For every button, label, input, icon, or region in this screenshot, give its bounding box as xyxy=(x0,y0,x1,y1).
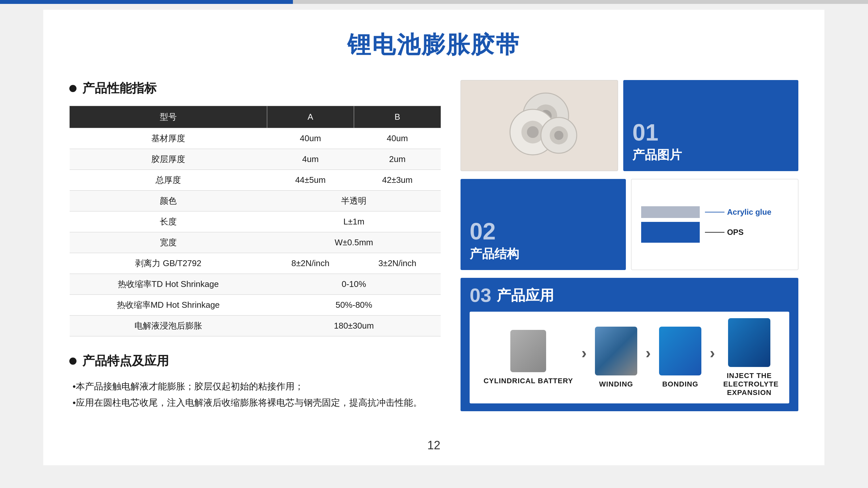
structure-row: 02 产品结构 Acrylic glue xyxy=(461,179,798,270)
arrow-3: › xyxy=(710,344,715,362)
application-header: 03 产品应用 xyxy=(470,286,789,305)
row-label: 剥离力 GB/T2792 xyxy=(70,253,267,274)
features-section: 产品特点及应用 •本产品接触电解液才能膨胀；胶层仅起初始的粘接作用； •应用在圆… xyxy=(69,353,441,411)
row-val-merged: L±1m xyxy=(267,212,441,232)
svg-point-5 xyxy=(527,126,539,138)
row-val-b: 42±3um xyxy=(354,170,441,191)
product-structure-number: 02 xyxy=(470,220,617,243)
row-val-merged: W±0.5mm xyxy=(267,232,441,253)
battery-bonding-icon xyxy=(659,327,701,376)
specs-section-header: 产品性能指标 xyxy=(69,80,441,97)
row-label: 总厚度 xyxy=(70,170,267,191)
row-val-b: 3±2N/inch xyxy=(354,253,441,274)
page-container: 锂电池膨胀胶带 产品性能指标 型号 A B 基材厚度 xyxy=(43,10,825,465)
step-winding: WINDING xyxy=(595,327,637,388)
row-label: 热收缩率MD Hot Shrinkage xyxy=(70,295,267,316)
layer-acrylic-label: Acrylic glue xyxy=(727,207,771,217)
step-label-winding: WINDING xyxy=(599,380,633,388)
features-line-1: •本产品接触电解液才能膨胀；胶层仅起初始的粘接作用； xyxy=(72,378,441,395)
table-row: 胶层厚度 4um 2um xyxy=(70,149,441,170)
right-column: 01 产品图片 02 产品结构 Acrylic glue xyxy=(461,80,798,411)
top-progress-bar xyxy=(0,0,868,4)
product-structure-label: 产品结构 xyxy=(470,246,617,262)
table-row: 基材厚度 40um 40um xyxy=(70,128,441,149)
row-val-merged: 半透明 xyxy=(267,191,441,212)
page-number: 12 xyxy=(427,438,440,452)
svg-point-8 xyxy=(554,131,563,140)
table-row: 总厚度 44±5um 42±3um xyxy=(70,170,441,191)
product-image-row: 01 产品图片 xyxy=(461,80,798,171)
features-line-2: •应用在圆柱电芯收尾，注入电解液后收缩膨胀将裸电芯与钢壳固定，提高抗冲击性能。 xyxy=(72,395,441,411)
row-val-merged: 0-10% xyxy=(267,274,441,295)
battery-cylindrical-icon xyxy=(510,330,546,372)
step-label-inject: INJECT THE ELECTROLYTE EXPANSION xyxy=(723,371,775,397)
table-header-a: A xyxy=(267,106,354,128)
step-inject: INJECT THE ELECTROLYTE EXPANSION xyxy=(723,318,775,397)
layer-ops-line xyxy=(705,232,724,233)
features-section-header: 产品特点及应用 xyxy=(69,353,441,369)
specs-section-title: 产品性能指标 xyxy=(82,80,157,97)
table-row: 电解液浸泡后膨胀 180±30um xyxy=(70,316,441,336)
row-label: 长度 xyxy=(70,212,267,232)
features-section-title: 产品特点及应用 xyxy=(82,353,169,369)
row-label: 热收缩率TD Hot Shrinkage xyxy=(70,274,267,295)
row-val-b: 2um xyxy=(354,149,441,170)
product-image-label: 产品图片 xyxy=(632,147,789,163)
row-val-a: 40um xyxy=(267,128,354,149)
row-val-b: 40um xyxy=(354,128,441,149)
application-number: 03 xyxy=(470,286,491,305)
product-label-box: 01 产品图片 xyxy=(623,80,798,171)
table-row: 颜色 半透明 xyxy=(70,191,441,212)
application-box: 03 产品应用 CYLINDRICAL BATTERY › WINDING › xyxy=(461,278,798,411)
row-label: 电解液浸泡后膨胀 xyxy=(70,316,267,336)
left-column: 产品性能指标 型号 A B 基材厚度 40um 40um xyxy=(69,80,441,411)
row-label: 基材厚度 xyxy=(70,128,267,149)
layer-acrylic-line xyxy=(705,212,724,213)
bullet-dot-specs xyxy=(69,85,76,92)
table-row: 剥离力 GB/T2792 8±2N/inch 3±2N/inch xyxy=(70,253,441,274)
application-title: 产品应用 xyxy=(497,286,554,305)
layer-row-acrylic: Acrylic glue xyxy=(641,206,771,218)
table-row: 宽度 W±0.5mm xyxy=(70,232,441,253)
application-diagram: CYLINDRICAL BATTERY › WINDING › BONDING … xyxy=(470,312,789,403)
step-cylindrical: CYLINDRICAL BATTERY xyxy=(484,330,573,385)
bullet-dot-features xyxy=(69,358,76,365)
arrow-2: › xyxy=(646,344,651,362)
row-label: 颜色 xyxy=(70,191,267,212)
step-label-cylindrical: CYLINDRICAL BATTERY xyxy=(484,377,573,385)
row-label: 胶层厚度 xyxy=(70,149,267,170)
table-row: 热收缩率MD Hot Shrinkage 50%-80% xyxy=(70,295,441,316)
row-val-a: 4um xyxy=(267,149,354,170)
row-val-merged: 50%-80% xyxy=(267,295,441,316)
row-label: 宽度 xyxy=(70,232,267,253)
table-row: 长度 L±1m xyxy=(70,212,441,232)
features-text: •本产品接触电解液才能膨胀；胶层仅起初始的粘接作用； •应用在圆柱电芯收尾，注入… xyxy=(72,378,441,411)
step-label-bonding: BONDING xyxy=(662,380,699,388)
arrow-1: › xyxy=(581,344,587,362)
product-image-number: 01 xyxy=(632,121,789,144)
step-bonding: BONDING xyxy=(659,327,701,388)
page-title: 锂电池膨胀胶带 xyxy=(69,29,798,61)
layer-ops-label: OPS xyxy=(727,228,744,237)
structure-label-box: 02 产品结构 xyxy=(461,179,626,270)
layer-acrylic-rect xyxy=(641,206,700,218)
table-header-b: B xyxy=(354,106,441,128)
specs-table: 型号 A B 基材厚度 40um 40um 胶层厚度 4um 2um xyxy=(69,106,441,336)
layer-ops-rect xyxy=(641,222,700,243)
row-val-a: 44±5um xyxy=(267,170,354,191)
row-val-merged: 180±30um xyxy=(267,316,441,336)
table-row: 热收缩率TD Hot Shrinkage 0-10% xyxy=(70,274,441,295)
content-area: 产品性能指标 型号 A B 基材厚度 40um 40um xyxy=(69,80,798,411)
battery-winding-icon xyxy=(595,327,637,376)
battery-inject-icon xyxy=(728,318,770,367)
layer-row-ops: OPS xyxy=(641,222,744,243)
progress-fill xyxy=(0,0,293,4)
table-header-model: 型号 xyxy=(70,106,267,128)
tape-rolls-svg xyxy=(500,87,578,165)
structure-diagram-box: Acrylic glue OPS xyxy=(631,179,798,270)
row-val-a: 8±2N/inch xyxy=(267,253,354,274)
product-photo-box xyxy=(461,80,618,171)
